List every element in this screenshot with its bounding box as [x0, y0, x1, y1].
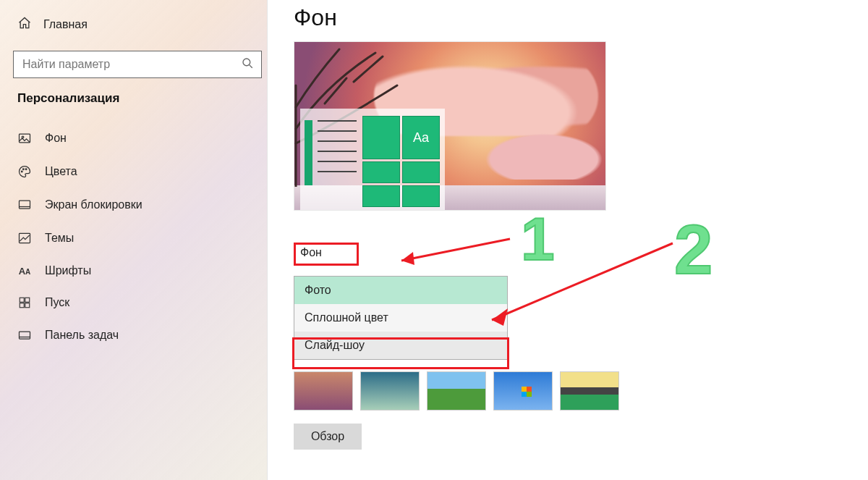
wallpaper-preview: Aa: [294, 41, 606, 211]
start-icon: [17, 296, 32, 309]
sidebar-item-label: Пуск: [45, 296, 69, 309]
sidebar-item-colors[interactable]: Цвета: [13, 156, 257, 187]
main-content: Фон Aa Фон: [294, 0, 868, 480]
dropdown-label-row: Фон: [294, 243, 868, 266]
sample-text: Aa: [402, 116, 440, 159]
sidebar-item-label: Темы: [45, 232, 74, 245]
section-title: Персонализация: [13, 91, 257, 113]
sidebar-item-fonts[interactable]: AA Шрифты: [13, 256, 257, 285]
svg-rect-10: [25, 298, 30, 302]
sidebar-item-background[interactable]: Фон: [13, 123, 257, 153]
background-dropdown[interactable]: Фото Сплошной цвет Слайд-шоу: [294, 276, 508, 360]
home-icon: [17, 16, 32, 33]
palette-icon: [17, 164, 32, 179]
dropdown-option-photo[interactable]: Фото: [294, 277, 507, 304]
svg-rect-7: [20, 201, 30, 209]
search-box[interactable]: [13, 51, 262, 78]
svg-rect-13: [20, 332, 30, 339]
thumbnail[interactable]: [493, 371, 553, 410]
thumbnail[interactable]: [560, 371, 619, 410]
sidebar-item-start[interactable]: Пуск: [13, 288, 257, 317]
sidebar-item-taskbar[interactable]: Панель задач: [13, 320, 257, 350]
svg-point-5: [23, 169, 25, 170]
sidebar-item-label: Экран блокировки: [45, 198, 142, 211]
sidebar: Главная Персонализация Фон: [0, 0, 268, 480]
sidebar-item-themes[interactable]: Темы: [13, 223, 257, 253]
thumbnail[interactable]: [294, 371, 353, 410]
page-title: Фон: [294, 4, 868, 31]
sidebar-item-label: Шрифты: [45, 264, 91, 277]
svg-line-1: [250, 65, 252, 68]
dropdown-option-solid[interactable]: Сплошной цвет: [294, 304, 507, 332]
svg-rect-11: [20, 303, 24, 308]
svg-point-0: [243, 59, 250, 66]
home-label: Главная: [43, 18, 88, 31]
sidebar-item-label: Панель задач: [45, 329, 119, 342]
search-icon: [241, 56, 254, 72]
taskbar-icon: [17, 328, 32, 342]
nav-list: Фон Цвета Экран блокировки: [13, 123, 257, 350]
sidebar-item-lockscreen[interactable]: Экран блокировки: [13, 190, 257, 220]
thumbnail[interactable]: [360, 371, 420, 410]
picture-icon: [17, 131, 32, 146]
sidebar-item-label: Фон: [45, 132, 67, 145]
svg-point-4: [21, 171, 22, 172]
home-link[interactable]: Главная: [13, 13, 257, 36]
svg-rect-12: [25, 303, 30, 308]
sample-ui-overlay: Aa: [300, 109, 445, 210]
wallpaper-thumbnails: [294, 371, 868, 410]
dropdown-option-slideshow[interactable]: Слайд-шоу: [294, 332, 507, 359]
dropdown-label: Фон: [294, 243, 359, 266]
svg-rect-9: [20, 298, 24, 302]
browse-button[interactable]: Обзор: [294, 424, 362, 450]
fonts-icon: AA: [17, 266, 32, 277]
sidebar-item-label: Цвета: [45, 165, 77, 178]
search-input[interactable]: [22, 58, 241, 71]
svg-point-6: [25, 169, 27, 170]
themes-icon: [17, 231, 32, 245]
lockscreen-icon: [17, 198, 32, 212]
thumbnail[interactable]: [427, 371, 486, 410]
